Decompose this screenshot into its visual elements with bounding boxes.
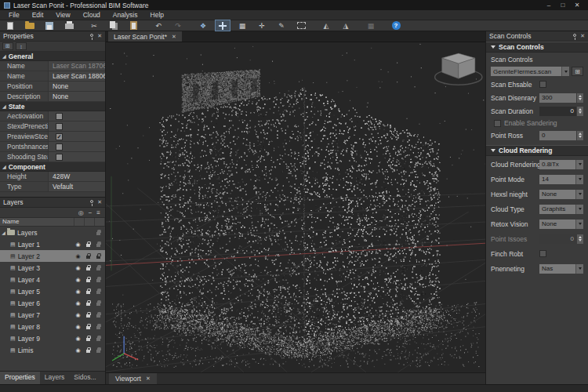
layer-row-selected[interactable]: ▤ Layer 2 ◉ (0, 250, 105, 262)
point-ross-spinner[interactable]: 0 (539, 131, 583, 140)
lock2-icon[interactable] (96, 279, 100, 282)
probe-pen-icon[interactable]: ✎ (274, 20, 289, 31)
point-cloud-tool-icon[interactable]: ❖ (196, 20, 210, 31)
visibility-icon[interactable]: ◉ (75, 324, 80, 330)
marquee-select-icon[interactable] (294, 20, 308, 31)
property-value[interactable]: 428W (49, 172, 105, 181)
layers-root-row[interactable]: ◢ Layers (0, 227, 105, 238)
cloud-rendering-dropdown[interactable]: 0.8iTx (539, 160, 583, 169)
viewport-document-tab[interactable]: Laser Scan Ponit* ✕ (108, 31, 182, 42)
node-edit-icon[interactable]: ✛ (255, 20, 269, 31)
property-row[interactable]: Description None (0, 92, 105, 102)
visibility-icon[interactable]: ◉ (75, 347, 80, 354)
checkbox[interactable] (56, 143, 63, 151)
section-component[interactable]: ◢ Component (0, 162, 105, 172)
property-value[interactable]: None (49, 92, 105, 101)
lock-icon[interactable] (86, 326, 90, 329)
lock2-icon[interactable] (96, 291, 100, 294)
checkbox-checked[interactable]: ✓ (56, 133, 63, 140)
property-row[interactable]: PreaviewStcenPass ✓ (0, 132, 105, 142)
section-general[interactable]: ◢ General (0, 52, 105, 61)
property-row[interactable]: Aectiovation (0, 111, 105, 122)
sort-az-icon[interactable]: ↕ (16, 42, 27, 50)
property-value[interactable]: Laser Scan 188064838... (49, 71, 105, 81)
visibility-icon[interactable]: ◉ (75, 253, 80, 260)
grid-snap-icon[interactable]: ▦ (235, 20, 249, 31)
layer-row[interactable]: ▤ Layer 9 ◉ (0, 332, 105, 344)
visibility-icon[interactable]: ◉ (75, 300, 80, 307)
categorized-view-icon[interactable]: ⊞ (2, 42, 13, 50)
hexsl-nieght-dropdown[interactable]: None (539, 190, 583, 199)
property-row[interactable]: Name Laser Scan 188064838... (0, 71, 105, 82)
terrain-b-icon[interactable]: ◮ (339, 20, 353, 31)
lock-icon[interactable] (86, 267, 90, 270)
checkbox[interactable] (56, 123, 63, 130)
lock2-icon[interactable] (96, 338, 100, 341)
lock-icon[interactable] (86, 303, 90, 306)
viewport-bottom-tab[interactable]: Viewport ✕ (109, 373, 157, 384)
paste-icon[interactable] (126, 20, 140, 31)
viewport-3d[interactable] (106, 42, 485, 372)
pin-icon[interactable] (90, 200, 93, 203)
lock-icon[interactable] (86, 291, 90, 294)
section-cloud-rendering[interactable]: Cloud Rendering (486, 145, 588, 156)
menu-edit[interactable]: Edit (26, 11, 50, 19)
scan-file-dropdown[interactable]: GennteFlermes.scan (491, 67, 569, 76)
visibility-icon[interactable]: ◉ (75, 336, 80, 342)
tab-sidos[interactable]: Sidos... (69, 372, 100, 384)
layer-filter-icon[interactable]: ◎ (78, 209, 84, 216)
open-folder-icon[interactable] (23, 20, 37, 31)
property-value[interactable]: Laser Scan 18706-40.08... (49, 61, 105, 71)
help-icon[interactable]: ? (389, 20, 403, 31)
menu-cloud[interactable]: Cloud (77, 11, 107, 19)
move-tool-icon[interactable] (216, 20, 230, 31)
minimize-button[interactable]: – (542, 1, 556, 10)
section-state[interactable]: ◢ State (0, 102, 105, 111)
lock-icon[interactable] (86, 256, 90, 259)
close-tab-icon[interactable]: ✕ (172, 34, 176, 40)
menu-analysis[interactable]: Analysis (107, 11, 144, 19)
property-row[interactable]: Height 428W (0, 172, 105, 182)
terrain-a-icon[interactable]: ◭ (319, 20, 333, 31)
lock2-icon[interactable] (96, 350, 100, 353)
layer-row[interactable]: ▤ Layer 4 ◉ (0, 274, 105, 285)
property-row[interactable]: StexdPrenection (0, 122, 105, 132)
property-row[interactable]: Type Vefault (0, 182, 105, 192)
enable-sandering-checkbox[interactable] (494, 120, 501, 127)
spinner-arrows-icon[interactable] (576, 93, 583, 103)
close-panel-icon[interactable]: ✕ (97, 199, 102, 205)
lock-icon[interactable] (86, 244, 90, 247)
lock2-icon[interactable] (96, 256, 100, 259)
visibility-icon[interactable]: ◉ (75, 277, 80, 283)
lock-icon[interactable] (86, 279, 90, 282)
finch-robt-checkbox[interactable] (539, 250, 546, 257)
expander-icon[interactable]: ◢ (0, 230, 7, 235)
tab-layers[interactable]: Layers (40, 372, 70, 384)
layer-row[interactable]: ▤ Layer 5 ◉ (0, 285, 105, 297)
property-row[interactable]: Name Laser Scan 18706-40.08... (0, 61, 105, 71)
layer-row[interactable]: ▤ Layer 8 ◉ (0, 321, 105, 332)
lock-icon[interactable] (86, 314, 90, 318)
menu-help[interactable]: Help (144, 11, 170, 19)
property-value[interactable]: None (49, 82, 105, 91)
lock2-icon[interactable] (96, 326, 100, 329)
copy-icon[interactable] (107, 20, 121, 31)
lock2-icon[interactable] (96, 267, 100, 270)
visibility-icon[interactable]: ◉ (75, 289, 80, 295)
pin-icon[interactable] (90, 34, 93, 37)
layer-row[interactable]: ▤ Layer 3 ◉ (0, 262, 105, 274)
cut-icon[interactable]: ✂ (87, 20, 101, 31)
layer-row[interactable]: ▤ Layer 1 ◉ (0, 238, 105, 250)
table-grid-icon[interactable]: ▦ (364, 20, 378, 31)
lock-icon[interactable] (86, 338, 90, 341)
maximize-button[interactable]: □ (556, 1, 570, 10)
undo-icon[interactable]: ↶ (151, 20, 165, 31)
property-row[interactable]: Shooding Stealter (0, 152, 105, 162)
menu-view[interactable]: View (49, 11, 76, 19)
visibility-icon[interactable]: ◉ (75, 265, 80, 271)
retox-vision-dropdown[interactable]: None (539, 220, 583, 229)
menu-file[interactable]: File (2, 11, 26, 19)
browse-button[interactable]: ⊞ (572, 67, 583, 76)
new-document-icon[interactable] (3, 20, 17, 31)
spinner-arrows-icon[interactable] (576, 131, 583, 140)
